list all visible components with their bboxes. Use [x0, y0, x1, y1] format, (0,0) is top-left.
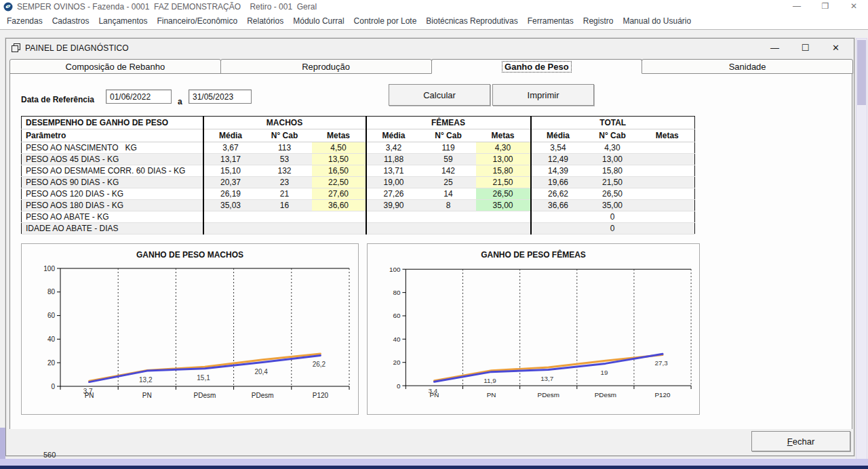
- cell-media-femeas: 19,00: [366, 177, 421, 188]
- menu-item-manual-do-usuario[interactable]: Manual do Usuário: [623, 15, 698, 28]
- cell-media-machos: 13,17: [203, 154, 258, 165]
- cell-media-femeas: [366, 223, 421, 234]
- dialog-maximize-button[interactable]: ☐: [790, 41, 821, 56]
- chart-svg-machos: 020406080100PNPNPDesmPDesmP1203,713,215,…: [25, 263, 355, 411]
- svg-text:3,4: 3,4: [428, 387, 437, 394]
- date-reference-label: Data de Referência: [21, 95, 94, 104]
- cell-media-femeas: [366, 211, 421, 223]
- menu-item-fazendas[interactable]: Fazendas: [7, 15, 50, 28]
- cell-cab-machos: 21: [258, 188, 312, 200]
- sub-header-machos-metas: Metas: [312, 129, 366, 142]
- cell-media-total: 14,39: [531, 165, 585, 177]
- menu-item-lancamentos[interactable]: Lançamentos: [98, 15, 155, 28]
- cell-cab-total: 4,30: [585, 142, 640, 154]
- cell-cab-machos: [258, 211, 312, 223]
- cell-meta-total: [640, 188, 695, 200]
- chart-title-machos: GANHO DE PESO MACHOS: [22, 244, 358, 263]
- cell-meta-total: [640, 211, 695, 223]
- cell-media-total: [531, 211, 585, 223]
- cell-meta-femeas: [476, 211, 531, 223]
- sub-header-total-metas: Metas: [640, 129, 695, 142]
- calcular-button[interactable]: Calcular: [389, 84, 490, 106]
- svg-text:0: 0: [396, 382, 400, 390]
- table-row: PESO AOS 90 DIAS - KG20,372322,5019,0025…: [22, 177, 695, 188]
- svg-text:40: 40: [393, 335, 400, 343]
- cell-meta-femeas: 13,00: [476, 154, 531, 165]
- cell-media-machos: 15,10: [203, 165, 258, 177]
- sub-header-femeas-n-cab: N° Cab: [421, 129, 476, 142]
- dialog-title: PAINEL DE DIAGNÓSTICO: [25, 43, 129, 53]
- cell-meta-total: [640, 165, 695, 177]
- svg-text:20: 20: [393, 359, 400, 366]
- vertical-scrollbar[interactable]: [856, 38, 867, 460]
- menu-item-registro[interactable]: Registro: [583, 15, 621, 28]
- menu-item-biotecnicas-reprodutivas[interactable]: Biotécnicas Reprodutivas: [426, 15, 525, 28]
- svg-text:15,1: 15,1: [197, 374, 210, 382]
- background-strip: [0, 459, 868, 466]
- cell-media-femeas: 39,90: [366, 200, 421, 211]
- date-from-input[interactable]: [106, 89, 172, 104]
- imprimir-button[interactable]: Imprimir: [492, 84, 594, 106]
- group-header-total: TOTAL: [531, 117, 695, 129]
- tab-reproducao[interactable]: Reprodução: [220, 59, 432, 74]
- svg-text:PDesm: PDesm: [252, 392, 274, 399]
- cell-param: PESO AOS 180 DIAS - KG: [22, 200, 203, 211]
- svg-text:P120: P120: [654, 391, 671, 399]
- content-panel: Data de Referência a Calcular Imprimir D…: [9, 73, 852, 431]
- cell-meta-machos: 36,60: [312, 200, 366, 211]
- app-icon: [3, 2, 13, 12]
- fechar-button[interactable]: Fechar: [751, 431, 850, 451]
- menu-item-relatorios[interactable]: Relatórios: [247, 15, 291, 28]
- tab-ganho-de-peso[interactable]: Ganho de Peso: [431, 59, 643, 74]
- sub-header-total-n-cab: N° Cab: [585, 129, 640, 142]
- chart-title-femeas: GANHO DE PESO FÊMEAS: [368, 244, 699, 263]
- cell-meta-machos: [312, 211, 366, 223]
- cell-cab-total: 15,80: [585, 165, 640, 177]
- chart-svg-femeas: 020406080100PNPNPDesmPDesmP1203,411,913,…: [371, 263, 696, 411]
- cell-media-machos: [203, 211, 258, 223]
- svg-text:40: 40: [47, 335, 56, 343]
- cell-cab-total: 0: [585, 211, 640, 223]
- svg-text:3,7: 3,7: [83, 388, 93, 395]
- table-row: PESO AO ABATE - KG0: [22, 211, 695, 223]
- table-row: PESO AO DESMAME CORR. 60 DIAS - KG15,101…: [22, 165, 695, 177]
- dialog-minimize-button[interactable]: —: [760, 41, 790, 56]
- cell-cab-machos: 16: [258, 200, 312, 211]
- cell-meta-machos: 16,50: [312, 165, 366, 177]
- cell-media-total: 3,54: [531, 142, 585, 154]
- performance-table: DESEMPENHO DE GANHO DE PESOMACHOSFÊMEAST…: [21, 116, 695, 234]
- restore-button[interactable]: ❐: [811, 0, 840, 14]
- window-title: SEMPER OVINOS - Fazenda - 0001 FAZ DEMON…: [17, 2, 317, 12]
- cell-param: IDADE AO ABATE - DIAS: [22, 223, 203, 234]
- tab-label: Reprodução: [302, 62, 350, 72]
- param-header: Parâmetro: [22, 129, 203, 142]
- cell-media-femeas: 27,26: [366, 188, 421, 200]
- menu-item-controle-por-lote[interactable]: Controle por Lote: [354, 15, 425, 28]
- window-controls: — ❐ ✕: [783, 0, 868, 14]
- date-to-input[interactable]: [189, 89, 252, 104]
- group-header-machos: MACHOS: [203, 117, 366, 129]
- cell-cab-femeas: 59: [421, 154, 476, 165]
- menu-item-modulo-curral[interactable]: Módulo Curral: [293, 15, 351, 28]
- cell-meta-femeas: 21,50: [476, 177, 531, 188]
- menu-item-financeiro-economico[interactable]: Financeiro/Econômico: [157, 15, 245, 28]
- date-range-separator: a: [178, 97, 182, 106]
- minimize-button[interactable]: —: [783, 0, 811, 14]
- group-header-femeas: FÊMEAS: [366, 117, 531, 129]
- dialog-window-controls: — ☐ ✕: [760, 41, 851, 56]
- cell-cab-total: 26,50: [585, 188, 640, 200]
- menu-item-ferramentas[interactable]: Ferramentas: [528, 15, 581, 28]
- tab-label: Ganho de Peso: [502, 62, 571, 72]
- svg-text:PDesm: PDesm: [594, 391, 616, 399]
- sub-header-machos-media: Média: [203, 129, 258, 142]
- close-button[interactable]: ✕: [840, 0, 868, 14]
- cell-cab-machos: 53: [258, 154, 312, 165]
- menu-item-cadastros[interactable]: Cadastros: [52, 15, 97, 28]
- cell-meta-femeas: 15,80: [476, 165, 531, 177]
- cell-cab-total: 13,00: [585, 154, 640, 165]
- svg-text:26,2: 26,2: [313, 361, 326, 368]
- tab-sanidade[interactable]: Sanidade: [642, 59, 853, 74]
- tab-composicao-de-rebanho[interactable]: Composição de Rebanho: [9, 59, 221, 74]
- scrollbar-thumb[interactable]: [857, 40, 866, 105]
- dialog-close-button[interactable]: ✕: [821, 41, 851, 56]
